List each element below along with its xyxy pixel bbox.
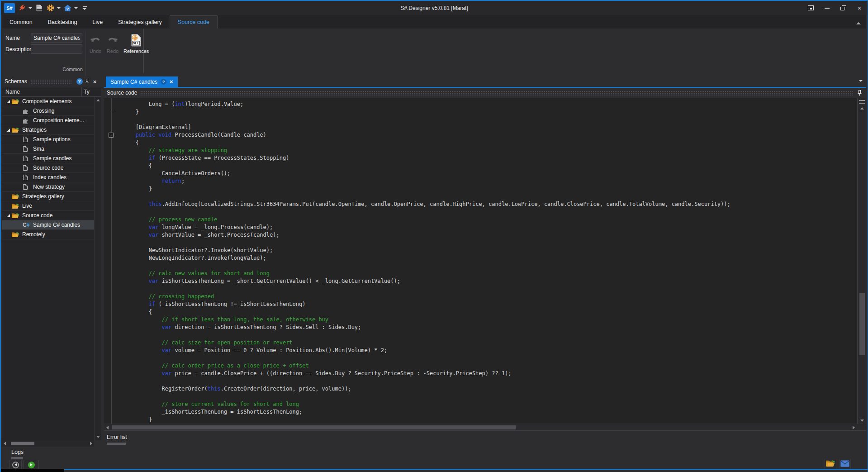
scroll-left-icon[interactable] [4,442,6,445]
editor-vscroll-thumb[interactable] [859,293,865,355]
logs-tab[interactable]: Logs [11,449,24,455]
log-next-button[interactable] [24,460,39,470]
code-line [109,116,857,124]
tree-item-new-strategy[interactable]: New strategy [2,182,94,192]
code-text[interactable]: Long = (int)longPeriod.Value; } [Diagram… [104,98,857,424]
column-type[interactable]: Ty [82,89,90,95]
tree-item-source-code[interactable]: Source code [2,163,94,173]
code-line: var direction = isShortLessThenLong ? Si… [109,324,857,331]
tree-item-strategies[interactable]: Strategies [2,125,94,135]
close-button[interactable]: × [851,1,868,15]
help-icon[interactable]: ? [76,78,83,86]
editor-vertical-scrollbar[interactable] [857,98,866,424]
app-window: S#.Designer v5.0.81 [Marat] S# ? [0,0,868,472]
tree-item-sample-candles[interactable]: Sample candles [2,154,94,163]
code-line: this.AddInfoLog(LocalizedStrings.Str3634… [109,200,857,208]
source-code-panel-header: Source code [104,88,866,98]
code-line: NewShortIndicator?.Invoke(shortValue); [109,247,857,254]
editor-horizontal-scrollbar[interactable] [104,424,866,430]
code-editor[interactable]: Long = (int)longPeriod.Value; } [Diagram… [104,98,866,424]
name-input[interactable] [31,33,82,43]
sidebar-hscroll-thumb[interactable] [11,442,34,445]
document-tab[interactable]: Sample C# candles ? × [106,76,178,87]
tree-item-composite-elements[interactable]: Composite elements [2,97,94,106]
editor-hscroll-thumb[interactable] [112,425,516,429]
connect-dropdown-icon[interactable] [28,7,32,9]
undo-button[interactable]: Undo [88,32,103,55]
tree-item-label: Sample candles [33,155,71,162]
code-line: // calc order price as a close price + o… [109,362,857,370]
expander-icon[interactable] [5,100,12,103]
ribbon-tab-common[interactable]: Common [2,15,40,29]
scroll-down-icon[interactable] [860,420,864,422]
ribbon-display-options-button[interactable] [802,1,819,15]
restore-icon [840,7,844,10]
error-list-tab[interactable]: Error list [107,434,127,440]
tree-item-index-candles[interactable]: Index candles [2,173,94,182]
ribbon-tab-source-code[interactable]: Source code [170,15,218,29]
tree-item-sample-c-candles[interactable]: C#Sample C# candles [2,220,94,230]
pin-icon[interactable] [856,89,863,97]
s-designer-logo-icon[interactable]: S# [4,3,15,13]
mail-button[interactable] [839,459,851,470]
panel-header-texture [30,79,72,84]
scroll-left-icon[interactable] [106,426,109,429]
tree-item-label: New strategy [33,184,65,190]
tree-item-source-code[interactable]: Source code [2,211,94,220]
log-file-icon[interactable] [34,3,43,14]
code-line: // process new candle [109,216,857,224]
home-dropdown-icon[interactable] [74,7,78,9]
code-line: var volume = Position == 0 ? Volume : Po… [109,347,857,354]
scroll-up-icon[interactable] [860,107,864,110]
code-line: var isShortLessThenLong = _short.GetCurr… [109,277,857,285]
home-help-icon[interactable]: ? [63,3,72,14]
tree-column-header[interactable]: Name Ty [2,87,101,97]
tree-item-sample-options[interactable]: Sample options [2,135,94,144]
split-editor-handle[interactable] [859,100,865,104]
code-line [109,239,857,247]
ribbon-tab-live[interactable]: Live [85,15,110,29]
ribbon-tab-backtesting[interactable]: Backtesting [40,15,85,29]
scroll-up-icon[interactable] [96,99,100,101]
window-title: S#.Designer v5.0.81 [Marat] [137,5,732,11]
sidebar-vertical-scrollbar[interactable] [94,97,101,440]
tree-item-live[interactable]: Live [2,201,94,211]
sidebar-horizontal-scrollbar[interactable] [2,440,94,447]
document-list-dropdown-icon[interactable] [859,80,863,82]
ribbon-tab-strategies-gallery[interactable]: Strategies gallery [110,15,170,29]
expander-icon[interactable] [5,214,12,217]
scroll-right-icon[interactable] [853,426,855,429]
log-previous-button[interactable] [9,460,22,470]
scroll-right-icon[interactable] [90,442,92,445]
tree-item-crossing[interactable]: Crossing [2,106,94,116]
window-bottom-border [64,469,868,472]
minimize-button[interactable] [819,1,835,15]
customize-toolbar-icon[interactable] [80,3,89,14]
schemas-tree: Composite elementsCrossingComposition el… [2,97,94,440]
column-name[interactable]: Name [2,89,81,95]
redo-button[interactable]: Redo [105,32,120,55]
settings-gear-icon[interactable] [46,3,55,14]
expander-icon[interactable] [5,129,12,132]
tree-item-sma[interactable]: Sma [2,144,94,154]
tree-item-remotely[interactable]: Remotely [2,230,94,239]
bottom-edge [1,469,868,472]
folder-open-icon [12,213,21,219]
folder-open-icon [12,127,21,133]
document-tab-strip: Sample C# candles ? × [104,76,866,88]
connect-plug-icon[interactable] [17,3,26,14]
restore-button[interactable] [835,1,851,15]
ribbon-collapse-icon[interactable] [856,22,861,24]
tree-item-composition-eleme[interactable]: Composition eleme... [2,116,94,125]
open-folder-button[interactable] [825,459,836,470]
scroll-down-icon[interactable] [96,436,100,438]
pin-icon[interactable] [83,78,91,86]
settings-dropdown-icon[interactable] [57,7,61,9]
references-button[interactable]: DLL References [122,32,150,55]
close-panel-icon[interactable]: × [91,78,99,86]
taskbar-corner [1,469,64,472]
tab-help-icon[interactable]: ? [161,79,166,85]
description-input[interactable] [31,44,82,54]
tab-close-icon[interactable]: × [170,79,173,85]
tree-item-strategies-gallery[interactable]: Strategies gallery [2,192,94,201]
